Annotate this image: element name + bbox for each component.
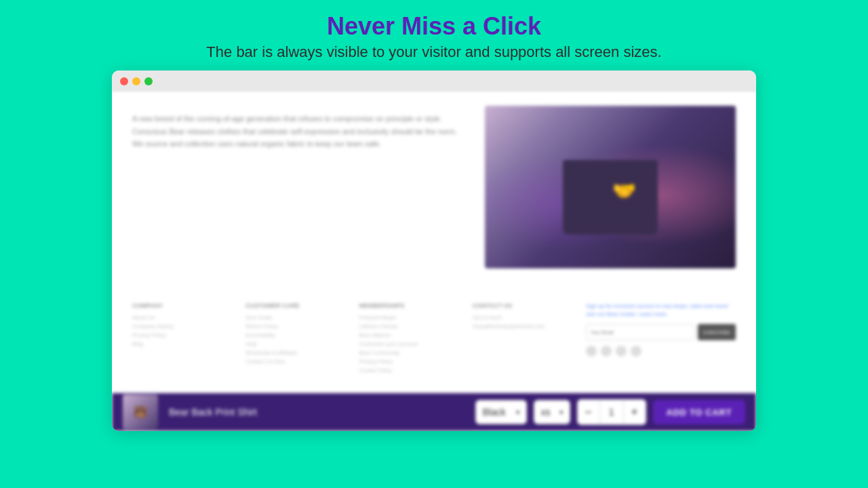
footer-subscribe-button[interactable]: SUBSCRIBE [698,324,736,340]
page-subtitle: The bar is always visible to your visito… [0,43,868,61]
footer-blurred: COMPANY About Us Company History Privacy… [112,289,756,390]
product-description: A new breed of the coming-of-age generat… [132,113,465,150]
browser-dot-red [120,77,128,85]
footer-company-item-1: About Us [132,314,232,321]
size-select[interactable]: xs s m l xl [534,400,570,424]
pinterest-icon [631,346,642,357]
browser-window: A new breed of the coming-of-age generat… [112,70,756,431]
footer-memberships-item-2: Lifetime Friends [359,323,459,329]
footer-customer-item-1: Size Guide [245,314,345,321]
twitter-icon [601,346,612,357]
sticky-product-name: Bear Back Print Shirt [169,407,465,418]
facebook-icon [586,346,597,357]
footer-memberships-item-1: Frequent Buyer [359,314,459,321]
shirt-graphic-icon: 🤝 [612,180,636,202]
footer-col-contact: CONTACT US Get in touch shop@bearbackpri… [473,302,572,376]
product-text: A new breed of the coming-of-age generat… [132,106,465,268]
quantity-plus-button[interactable]: + [624,400,646,424]
footer-email-input[interactable] [586,324,694,340]
footer-newsletter: Sign up for exclusive access to new drop… [586,302,736,376]
footer-col-memberships: MEMBERSHIPS Frequent Buyer Lifetime Frie… [359,302,459,376]
page-title: Never Miss a Click [0,12,868,41]
footer-newsletter-text: Sign up for exclusive access to new drop… [586,302,736,319]
footer-memberships-item-5: Bear Community [359,350,459,356]
footer-company-item-2: Company History [132,323,232,329]
footer-memberships-item-3: Bear Alliance [359,332,459,338]
quantity-control: − + [577,399,646,425]
footer-company-item-3: Privacy Policy [132,332,232,338]
color-select-wrapper: Black White Navy Grey [475,400,527,424]
footer-customer-item-3: Accessibility [245,332,345,338]
color-select[interactable]: Black White Navy Grey [475,400,527,424]
sticky-bar: 🐻 Bear Back Print Shirt Black White Navy… [112,393,756,431]
product-image-area: 🤝 [485,106,736,268]
bar-controls: Black White Navy Grey xs s m l xl [475,399,745,425]
footer-memberships-item-4: Customize your account [359,341,459,347]
quantity-input[interactable] [599,400,624,424]
footer-customer-item-6: Contact Us Now [245,359,345,365]
footer-customer-title: CUSTOMER CARE [245,302,345,309]
page-header: Never Miss a Click The bar is always vis… [0,0,868,68]
footer-company-title: COMPANY [132,302,232,309]
footer-col-company: COMPANY About Us Company History Privacy… [132,302,232,376]
footer-memberships-item-6: Privacy Policy [359,359,459,365]
footer-contact-item-1: Get in touch [473,314,572,321]
browser-content: A new breed of the coming-of-age generat… [112,92,756,431]
size-select-wrapper: xs s m l xl [534,400,570,424]
footer-memberships-item-7: Cookie Policy [359,367,459,373]
footer-customer-item-4: Help [245,341,345,347]
footer-memberships-title: MEMBERSHIPS [359,302,459,309]
browser-dot-yellow [132,77,140,85]
browser-dot-green [144,77,153,85]
add-to-cart-button[interactable]: ADD TO CART [653,400,745,424]
instagram-icon [616,346,627,357]
quantity-minus-button[interactable]: − [578,400,599,424]
footer-company-item-4: Blog [132,341,232,347]
footer-contact-title: CONTACT US [473,302,572,309]
browser-titlebar [112,70,756,92]
footer-customer-item-5: Wholesale & Affiliates [245,350,345,356]
footer-customer-item-2: Return Policy [245,323,345,329]
footer-contact-item-2: shop@bearbackprintshirt.com [473,323,572,329]
product-thumbnail: 🐻 [123,394,158,430]
footer-col-customer: CUSTOMER CARE Size Guide Return Policy A… [245,302,345,376]
